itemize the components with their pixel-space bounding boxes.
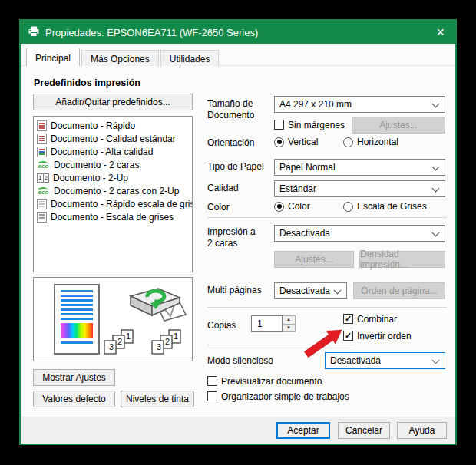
rainbow-bar bbox=[61, 323, 93, 338]
preview-document-label: Previsualizar documento bbox=[221, 376, 322, 387]
print-preview-panel: 1 2 3 1 2 3 bbox=[33, 277, 193, 361]
collate-label: Combinar bbox=[357, 314, 397, 325]
job-arranger-checkbox[interactable]: Organizador simple de trabajos bbox=[207, 391, 349, 402]
borderless-settings-button: Ajustes... bbox=[352, 117, 445, 134]
collate-checkbox[interactable]: Combinar bbox=[343, 313, 397, 325]
checkbox-box bbox=[274, 120, 284, 130]
preset-item[interactable]: Documento - Escala de grises bbox=[35, 210, 190, 223]
reverse-order-label: Invertir orden bbox=[357, 331, 412, 341]
checkbox-box bbox=[207, 376, 217, 386]
paper-type-select[interactable]: Papel Normal bbox=[274, 159, 445, 176]
window-title: Propiedades: EPSON6EA711 (WF-2650 Series… bbox=[45, 27, 428, 38]
duplex-printer-icon bbox=[124, 281, 187, 328]
preset-item[interactable]: Documento - 2-Up bbox=[35, 171, 190, 184]
preset-item[interactable]: Documento - Alta calidad bbox=[35, 145, 190, 158]
borderless-label: Sin márgenes bbox=[288, 120, 345, 130]
svg-text:1: 1 bbox=[126, 331, 131, 341]
copies-stepper[interactable]: 1 ▲ ▼ bbox=[251, 315, 296, 332]
quality-select[interactable]: Estándar bbox=[274, 180, 445, 197]
two-up-icon bbox=[37, 173, 49, 183]
portrait-label: Vertical bbox=[288, 137, 318, 147]
multipage-select[interactable]: Desactivada bbox=[274, 282, 347, 299]
checkbox-box bbox=[343, 314, 353, 324]
cancel-button[interactable]: Cancelar bbox=[338, 422, 390, 439]
multipage-value: Desactivada bbox=[279, 285, 330, 296]
multipage-label: Multi páginas bbox=[207, 285, 262, 296]
dialog-footer bbox=[21, 417, 455, 444]
presets-list[interactable]: Documento - Rápido Documento - Calidad e… bbox=[33, 116, 193, 272]
reverse-order-checkbox[interactable]: Invertir orden bbox=[343, 330, 412, 341]
document-color-icon bbox=[37, 120, 47, 131]
defaults-button[interactable]: Valores defecto bbox=[33, 391, 115, 407]
document-size-select[interactable]: A4 297 x 210 mm bbox=[274, 96, 445, 113]
ok-button[interactable]: Aceptar bbox=[276, 422, 330, 439]
radio-circle bbox=[343, 137, 353, 147]
preset-item[interactable]: Documento - 2 caras con 2-Up bbox=[35, 184, 190, 197]
grayscale-option-label: Escala de Grises bbox=[357, 201, 427, 212]
landscape-radio[interactable]: Horizontal bbox=[343, 137, 398, 147]
preset-item[interactable]: Documento - Rápido bbox=[35, 119, 190, 132]
landscape-label: Horizontal bbox=[357, 137, 398, 147]
collated-pages-icon: 1 2 3 bbox=[146, 328, 184, 359]
color-radio[interactable]: Color bbox=[274, 201, 310, 212]
svg-text:3: 3 bbox=[109, 342, 114, 351]
preset-item-label: Documento - Calidad estándar bbox=[51, 134, 176, 144]
document-size-label: Tamaño de Documento bbox=[207, 98, 254, 121]
tab-utilidades[interactable]: Utilidades bbox=[160, 50, 220, 66]
tab-mas-opciones[interactable]: Más Opciones bbox=[81, 50, 159, 66]
chevron-down-icon bbox=[334, 287, 342, 295]
radio-circle bbox=[274, 137, 284, 147]
preset-item-label: Documento - Escala de grises bbox=[51, 212, 174, 223]
color-label: Color bbox=[207, 202, 230, 213]
dialog-body: Principal Más Opciones Utilidades Predef… bbox=[21, 44, 455, 444]
copies-label: Copias bbox=[207, 320, 236, 331]
portrait-radio[interactable]: Vertical bbox=[274, 137, 318, 147]
grayscale-radio[interactable]: Escala de Grises bbox=[343, 201, 427, 212]
page-order-button: Orden de página... bbox=[353, 282, 445, 299]
preset-item-label: Documento - Rápido bbox=[51, 120, 135, 131]
spin-up-icon[interactable]: ▲ bbox=[283, 316, 295, 325]
duplex-select[interactable]: Desactivada bbox=[274, 225, 445, 242]
svg-text:3: 3 bbox=[157, 342, 161, 351]
preset-item-label: Documento - 2 caras bbox=[54, 160, 139, 170]
duplex-settings-button: Ajustes... bbox=[274, 251, 354, 268]
preset-item-label: Documento - 2 caras con 2-Up bbox=[54, 186, 179, 196]
eco-icon bbox=[37, 160, 50, 170]
orientation-label: Orientación bbox=[207, 137, 254, 149]
chevron-down-icon bbox=[432, 185, 440, 193]
checkbox-box bbox=[207, 391, 217, 401]
spinner-buttons[interactable]: ▲ ▼ bbox=[283, 315, 296, 332]
radio-circle bbox=[343, 202, 353, 212]
titlebar: Propiedades: EPSON6EA711 (WF-2650 Series… bbox=[21, 21, 455, 44]
collated-pages-icon: 1 2 3 bbox=[98, 328, 137, 359]
preset-item-label: Documento - Rápido escala de grises bbox=[51, 199, 193, 209]
copies-value[interactable]: 1 bbox=[251, 315, 283, 332]
duplex-label: Impresión a 2 caras bbox=[207, 226, 256, 249]
tab-principal[interactable]: Principal bbox=[26, 48, 80, 66]
paper-type-label: Tipo de Papel bbox=[207, 161, 264, 173]
chevron-down-icon bbox=[432, 163, 440, 171]
print-density-button: Densidad impresión... bbox=[359, 251, 445, 268]
preset-item[interactable]: Documento - Calidad estándar bbox=[35, 132, 190, 145]
color-option-label: Color bbox=[288, 201, 310, 212]
show-settings-button[interactable]: Mostrar Ajustes bbox=[33, 369, 115, 386]
chevron-down-icon bbox=[432, 229, 440, 237]
document-size-value: A4 297 x 210 mm bbox=[279, 99, 352, 110]
separator bbox=[207, 217, 447, 218]
add-remove-presets-button[interactable]: Añadir/Quitar predefinidos... bbox=[33, 94, 193, 110]
close-icon[interactable]: × bbox=[433, 25, 448, 39]
preset-item-label: Documento - 2-Up bbox=[53, 173, 128, 183]
spin-down-icon[interactable]: ▼ bbox=[283, 325, 295, 332]
document-multicolor-icon bbox=[37, 147, 47, 157]
ink-levels-button[interactable]: Niveles de tinta bbox=[121, 391, 194, 407]
preset-item[interactable]: Documento - Rápido escala de grises bbox=[35, 197, 190, 210]
quiet-mode-select[interactable]: Desactivada bbox=[325, 352, 445, 369]
radio-circle bbox=[274, 202, 284, 212]
page-thumbnail bbox=[54, 284, 100, 355]
chevron-down-icon bbox=[432, 357, 440, 364]
preview-document-checkbox[interactable]: Previsualizar documento bbox=[207, 375, 322, 387]
preset-item[interactable]: Documento - 2 caras bbox=[35, 158, 190, 171]
borderless-checkbox[interactable]: Sin márgenes bbox=[274, 119, 345, 130]
help-button[interactable]: Ayuda bbox=[397, 422, 447, 439]
paper-type-value: Papel Normal bbox=[279, 162, 336, 173]
